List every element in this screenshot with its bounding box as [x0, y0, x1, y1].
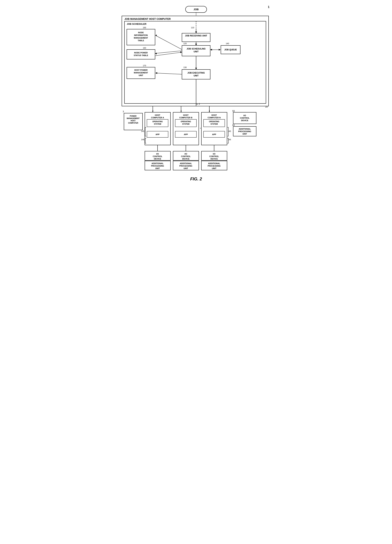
ref-145-a: 145 [141, 130, 144, 132]
io-b-label-3: DEVICE [182, 158, 189, 160]
addl-b-label-3: UNIT [184, 167, 188, 169]
host-b-os-1: OPERATING [181, 121, 191, 123]
ref-130: 130 [183, 66, 187, 68]
ref-170: 170 [143, 65, 146, 67]
io-n-label-2: CONTROL [209, 155, 219, 157]
addl-b-label-2: PROCESSING [179, 165, 192, 167]
ref-110: 110 [191, 27, 194, 29]
host-b-label-1: HOST [183, 114, 188, 116]
job-queue-label: JOB QUEUE [224, 48, 237, 51]
job-executing-label-2: UNIT [194, 74, 199, 77]
node-info-label-2: INFORMATION [134, 34, 148, 36]
ref-10: 10 [265, 105, 268, 108]
io-n-label-1: I/O [213, 153, 215, 155]
ref-50: 50 [232, 110, 235, 112]
host-a-os-2: SYSTEM [154, 123, 161, 125]
power-mgmt-label-2: MANAGEMENT [127, 118, 140, 119]
job-receiving-label-1: JOB RECEIVING UNIT [185, 35, 207, 37]
job-scheduling-label-1: JOB SCHEDULING [187, 47, 205, 50]
host-power-label-3: UNIT [139, 74, 143, 77]
job-scheduler-label: JOB SCHEDULER [127, 23, 146, 25]
addl-a-label-3: UNIT [155, 167, 160, 169]
power-mgmt-label-1: POWER [130, 115, 137, 117]
host-power-label-2: MANAGEMENT [134, 72, 148, 74]
ref-4-n: 4 [209, 110, 210, 112]
node-power-label-1: NODE POWER [134, 52, 147, 54]
job-mgmt-host-label: JOB MANAGEMENT HOST COMPUTER [124, 18, 171, 20]
host-n-label-1: HOST [211, 114, 217, 116]
addl-a-label-1: ADDITIONAL [152, 162, 164, 165]
addl-b-label-1: ADDITIONAL [180, 162, 192, 165]
io-b-label-2: CONTROL [181, 155, 191, 157]
addl-n-label-3: UNIT [212, 167, 216, 169]
io-b-label-1: I/O [184, 153, 187, 155]
addl-n-label-1: ADDITIONAL [208, 162, 220, 165]
ref-4-b: 4 [180, 110, 181, 112]
host-b-label-2: COMPUTER B [179, 117, 192, 119]
ref-2: 2 [199, 103, 200, 105]
node-info-label-1: NODE [138, 31, 144, 34]
job-node-label: JOB [193, 8, 199, 11]
addl-a-label-2: PROCESSING [151, 165, 164, 167]
host-a-os-1: OPERATING [152, 121, 163, 123]
ref-1: 1 [268, 6, 269, 8]
io-a-label-3: DEVICE [154, 158, 161, 160]
ref-120: 120 [183, 42, 187, 45]
node-info-label-4: TABLE [138, 39, 144, 41]
host-n-label-2: COMPUTER N [208, 117, 221, 119]
host-b-app-label: APP [184, 133, 188, 136]
ref-160: 160 [143, 47, 146, 49]
fig-label: FIG. 2 [190, 177, 202, 181]
ref-60: 60 [232, 124, 235, 126]
io-control-top-label-3: DEVICE [241, 119, 248, 122]
job-executing-label-1: JOB EXECUTING [187, 72, 205, 74]
ref-3: 3 [123, 110, 124, 113]
diagram-container: 1 JOB JOB MANAGEMENT HOST COMPUTER 10 JO… [120, 4, 272, 225]
additional-proc-top-3: UNIT [242, 133, 247, 135]
host-a-app-label: APP [155, 133, 159, 136]
io-a-label-2: CONTROL [152, 155, 162, 157]
host-a-label-2: COMPUTER A [151, 117, 164, 119]
io-n-label-3: DEVICE [211, 158, 218, 160]
host-power-label-1: HOST POWER [134, 69, 147, 71]
ref-146-n: 146 [228, 138, 231, 141]
addl-n-label-2: PROCESSING [208, 165, 221, 167]
ref-146-a: 146 [141, 138, 144, 141]
power-mgmt-label-4: COMPUTER [128, 122, 138, 124]
ref-145-n: 145 [228, 130, 231, 132]
ref-4-a: 4 [152, 110, 153, 112]
main-diagram-svg: 1 JOB JOB MANAGEMENT HOST COMPUTER 10 JO… [120, 4, 272, 225]
power-mgmt-label-3: HOST [131, 120, 136, 122]
ref-150: 150 [143, 27, 146, 29]
host-n-app-label: APP [212, 133, 216, 136]
host-a-label-1: HOST [155, 114, 160, 116]
ref-140: 140 [226, 42, 229, 45]
additional-proc-top-2: PROCESSING [238, 130, 251, 132]
job-scheduling-label-2: UNIT [194, 50, 199, 53]
host-n-os-1: OPERATING [209, 121, 219, 123]
io-control-top-label-1: I/O [243, 114, 246, 117]
io-a-label-1: I/O [156, 153, 159, 155]
host-b-os-2: SYSTEM [182, 123, 189, 125]
io-control-top-label-2: CONTROL [240, 117, 250, 119]
host-n-os-2: SYSTEM [211, 123, 218, 125]
node-info-label-3: MANAGEMENT [134, 37, 148, 39]
additional-proc-top-1: ADDITIONAL [239, 128, 251, 130]
node-power-label-2: STATUS TABLE [134, 54, 148, 56]
